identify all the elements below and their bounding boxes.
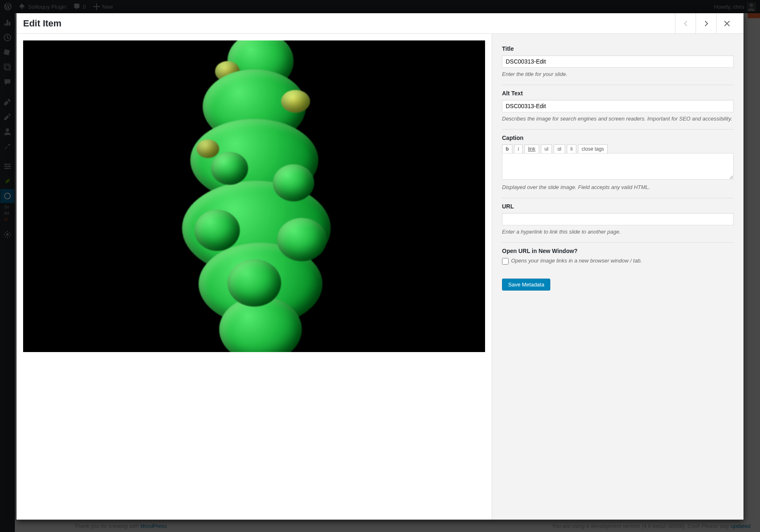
metadata-pane: Title Enter the title for your slide. Al… [492, 34, 743, 520]
url-input[interactable] [502, 213, 734, 225]
qt-ul-button[interactable]: ul [541, 144, 552, 154]
qt-link-button[interactable]: link [524, 144, 539, 154]
caption-field-block: Caption b i link ul ol li close tags Dis… [502, 130, 734, 198]
url-help: Enter a hyperlink to link this slide to … [502, 229, 734, 235]
alt-input[interactable] [502, 100, 734, 112]
title-input[interactable] [502, 55, 734, 68]
qt-li-button[interactable]: li [567, 144, 576, 154]
title-field-block: Title Enter the title for your slide. [502, 40, 734, 85]
title-label: Title [502, 45, 734, 52]
caption-textarea[interactable] [502, 153, 734, 180]
image-preview-pane [17, 34, 492, 520]
save-metadata-button[interactable]: Save Metadata [502, 279, 550, 291]
next-item-button[interactable] [696, 13, 716, 34]
qt-bold-button[interactable]: b [502, 144, 512, 154]
slide-preview-image [23, 40, 485, 352]
caption-help: Displayed over the slide image. Field ac… [502, 184, 734, 190]
qt-italic-button[interactable]: i [514, 144, 523, 154]
alt-help: Describes the image for search engines a… [502, 116, 734, 122]
new-window-checkbox[interactable] [502, 258, 509, 265]
url-label: URL [502, 203, 734, 210]
url-field-block: URL Enter a hyperlink to link this slide… [502, 198, 734, 243]
title-help: Enter the title for your slide. [502, 71, 734, 77]
caption-label: Caption [502, 135, 734, 141]
alt-label: Alt Text [502, 90, 734, 97]
alt-field-block: Alt Text Describes the image for search … [502, 85, 734, 130]
new-window-field-block: Open URL in New Window? Opens your image… [502, 243, 734, 272]
modal-title: Edit Item [23, 18, 675, 29]
modal-header: Edit Item [17, 13, 743, 34]
prev-item-button[interactable] [675, 13, 696, 34]
qt-ol-button[interactable]: ol [554, 144, 565, 154]
qt-close-tags-button[interactable]: close tags [578, 144, 608, 154]
close-modal-button[interactable] [716, 13, 737, 34]
caption-quicktags: b i link ul ol li close tags [502, 144, 734, 154]
new-window-label: Open URL in New Window? [502, 248, 734, 254]
new-window-checkbox-label: Opens your image links in a new browser … [511, 258, 642, 264]
edit-item-modal: Edit Item [17, 13, 743, 520]
